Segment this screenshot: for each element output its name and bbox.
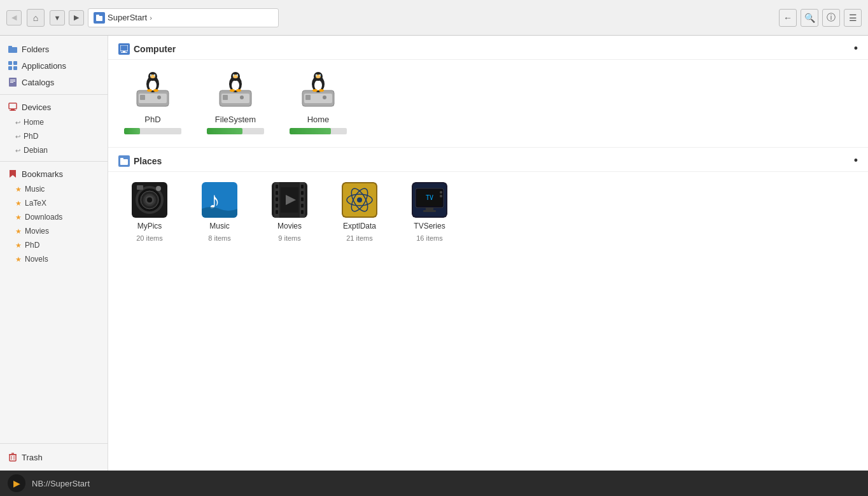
place-movies-name: Movies [277, 222, 302, 230]
statusbar-path: NB://SuperStart [32, 479, 90, 488]
sidebar-trash-label: Trash [22, 453, 43, 462]
drive-phd[interactable]: PhD [121, 70, 185, 134]
place-movies[interactable]: Movies 9 items [261, 182, 318, 242]
sidebar-item-catalogs[interactable]: Catalogs [0, 74, 108, 90]
forward-button[interactable]: ▶ [69, 10, 84, 25]
svg-rect-91 [301, 210, 304, 214]
svg-rect-10 [10, 81, 15, 81]
place-exptldata[interactable]: ExptlData 21 items [331, 182, 388, 242]
svg-point-55 [323, 96, 326, 99]
svg-rect-85 [276, 204, 278, 208]
star-icon-music: ★ [15, 185, 22, 194]
svg-rect-12 [9, 103, 17, 109]
place-mypics-name: MyPics [137, 222, 162, 230]
svg-rect-84 [276, 197, 278, 201]
sidebar-bookmark-downloads[interactable]: ★ Downloads [0, 210, 108, 224]
sidebar-debian-label: Debian [24, 146, 48, 155]
path-arrow: › [150, 14, 152, 22]
dropdown-button[interactable]: ▼ [50, 10, 65, 25]
sidebar-home-label: Home [24, 118, 44, 127]
drive-home[interactable]: Home [286, 70, 350, 134]
sidebar-item-folders[interactable]: Folders [0, 41, 108, 57]
drive-phd-bar [124, 128, 140, 134]
svg-rect-83 [276, 191, 278, 195]
sidebar-catalogs-label: Catalogs [22, 78, 54, 87]
place-mypics[interactable]: MyPics 20 items [121, 182, 178, 242]
home-button[interactable]: ⌂ [27, 9, 45, 27]
drive-filesystem[interactable]: FileSystem [204, 70, 267, 134]
svg-rect-3 [8, 46, 12, 48]
statusbar-logo: ▶ [8, 474, 25, 492]
sidebar-item-devices[interactable]: Devices [0, 99, 108, 115]
sidebar-bookmark-novels[interactable]: ★ Novels [0, 252, 108, 266]
svg-point-29 [149, 80, 157, 90]
svg-point-27 [157, 96, 161, 99]
place-mypics-icon [132, 182, 167, 218]
place-music-icon: ♪ [202, 182, 237, 218]
content-area: Computer • [108, 36, 868, 471]
devices-icon [8, 102, 18, 112]
sidebar-bookmark-latex[interactable]: ★ LaTeX [0, 196, 108, 210]
place-tvseries[interactable]: TV TVSeries 16 items [401, 182, 458, 242]
sidebar-divider-2 [0, 161, 108, 162]
svg-rect-89 [301, 197, 304, 201]
sidebar-item-phd-device[interactable]: ↩ PhD [0, 129, 108, 143]
svg-rect-13 [11, 109, 15, 110]
star-icon-latex: ★ [15, 199, 22, 208]
svg-point-64 [312, 89, 318, 92]
place-tvseries-icon: TV [412, 182, 447, 218]
bookmarks-icon [8, 169, 18, 179]
svg-rect-54 [305, 95, 311, 100]
sidebar-item-home[interactable]: ↩ Home [0, 115, 108, 129]
places-title-text: Places [134, 156, 162, 166]
svg-rect-11 [10, 82, 13, 83]
svg-point-48 [234, 75, 234, 76]
trash-icon [8, 452, 18, 462]
path-icon [94, 12, 105, 24]
place-tvseries-name: TVSeries [414, 222, 445, 230]
sidebar-applications-label: Applications [22, 61, 66, 71]
svg-rect-88 [301, 191, 304, 195]
sidebar-item-bookmarks[interactable]: Bookmarks [0, 166, 108, 182]
info-icon-btn[interactable]: ⓘ [822, 9, 840, 27]
svg-point-35 [155, 75, 155, 76]
svg-rect-82 [276, 185, 278, 188]
back-button[interactable]: ◀ [6, 10, 22, 25]
svg-rect-86 [276, 210, 278, 214]
place-exptldata-name: ExptlData [343, 222, 376, 230]
place-exptldata-icon [342, 182, 377, 218]
place-exptldata-count: 21 items [346, 234, 373, 242]
places-section-menu[interactable]: • [854, 154, 858, 167]
computer-section-title: Computer [118, 43, 176, 55]
sidebar-item-debian[interactable]: ↩ Debian [0, 143, 108, 157]
svg-rect-23 [121, 52, 127, 53]
sidebar-bookmark-phd[interactable]: ★ PhD [0, 238, 108, 252]
statusbar: ▶ NB://SuperStart [0, 471, 868, 496]
svg-text:TV: TV [426, 194, 433, 201]
places-section-header: Places • [108, 147, 868, 172]
catalogs-icon [8, 77, 18, 87]
svg-point-107 [440, 191, 442, 194]
sidebar-item-trash[interactable]: Trash [0, 449, 108, 465]
statusbar-logo-char: ▶ [13, 478, 20, 488]
menu-icon-btn[interactable]: ☰ [844, 9, 862, 27]
arrow-icon-phd: ↩ [15, 133, 20, 140]
computer-section-menu[interactable]: • [854, 42, 858, 55]
computer-section-header: Computer • [108, 36, 868, 60]
svg-point-50 [230, 89, 235, 92]
back-icon-btn[interactable]: ← [779, 9, 797, 27]
path-bar[interactable]: SuperStart › [88, 8, 279, 27]
main-layout: Folders Applications [0, 36, 868, 471]
svg-point-43 [232, 80, 239, 90]
sidebar-downloads-label: Downloads [25, 213, 62, 222]
search-icon-btn[interactable]: 🔍 [801, 9, 818, 27]
svg-point-96 [357, 197, 362, 202]
drive-home-name: Home [307, 115, 330, 124]
sidebar-item-applications[interactable]: Applications [0, 57, 108, 74]
titlebar: ◀ ⌂ ▼ ▶ SuperStart › ← 🔍 ⓘ ☰ [0, 0, 868, 36]
sidebar-bookmark-music[interactable]: ★ Music [0, 182, 108, 196]
sidebar-latex-label: LaTeX [25, 199, 46, 208]
place-music[interactable]: ♪ Music 8 items [191, 182, 248, 242]
sidebar-bookmark-movies[interactable]: ★ Movies [0, 224, 108, 238]
svg-marker-15 [10, 170, 16, 178]
